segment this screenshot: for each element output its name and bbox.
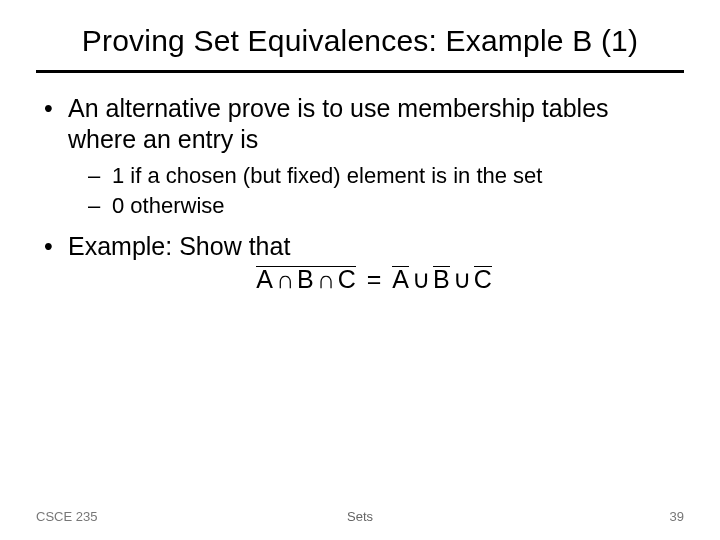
sublist-1: 1 if a chosen (but fixed) element is in …: [68, 162, 680, 221]
rhs-B-bar: B: [433, 266, 450, 292]
cup-2: ∪: [450, 266, 474, 293]
rhs-A-bar: A: [392, 266, 409, 292]
footer: CSCE 235 Sets 39: [0, 509, 720, 524]
cap-1: ∩: [273, 266, 297, 293]
bullet-1-em: membership tables: [397, 94, 608, 122]
lhs-B: B: [297, 265, 314, 293]
lhs-overline: A∩B∩C: [256, 266, 356, 292]
bullet-list: An alternative prove is to use membershi…: [40, 93, 680, 295]
cap-2: ∩: [314, 266, 338, 293]
slide: Proving Set Equivalences: Example B (1) …: [0, 0, 720, 540]
bullet-1-post: where an entry is: [68, 125, 258, 153]
bullet-2: Example: Show that A∩B∩C = A∪B∪C: [40, 231, 680, 296]
bullet-1: An alternative prove is to use membershi…: [40, 93, 680, 221]
cup-1: ∪: [409, 266, 433, 293]
bullet-2-text: Example: Show that: [68, 232, 290, 260]
rhs-C-bar: C: [474, 266, 492, 292]
slide-title: Proving Set Equivalences: Example B (1): [0, 0, 720, 66]
slide-body: An alternative prove is to use membershi…: [0, 73, 720, 295]
formula: A∩B∩C = A∪B∪C: [68, 264, 680, 295]
bullet-1-pre: An alternative prove is to use: [68, 94, 397, 122]
footer-right: 39: [468, 509, 684, 524]
equals: =: [363, 265, 386, 293]
subbullet-2: 0 otherwise: [68, 192, 680, 221]
footer-left: CSCE 235: [36, 509, 252, 524]
lhs-C: C: [338, 265, 356, 293]
footer-center: Sets: [252, 509, 468, 524]
lhs-A: A: [256, 265, 273, 293]
subbullet-1: 1 if a chosen (but fixed) element is in …: [68, 162, 680, 191]
